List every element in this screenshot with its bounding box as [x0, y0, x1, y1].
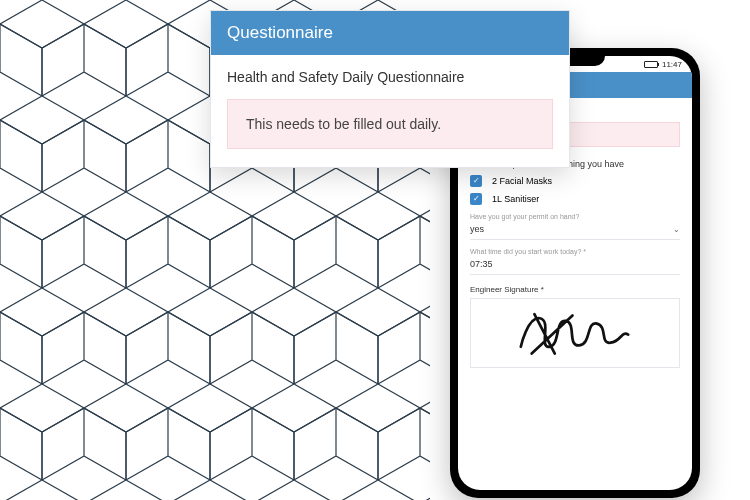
permit-label: Have you got your permit on hand? [470, 213, 680, 220]
questionnaire-card: Questionnaire Health and Safety Daily Qu… [210, 10, 570, 168]
card-title: Questionnaire [211, 11, 569, 55]
start-time-input[interactable]: 07:35 [470, 256, 680, 275]
checkbox-row-masks[interactable]: ✓ 2 Facial Masks [470, 175, 680, 187]
card-alert: This needs to be filled out daily. [227, 99, 553, 149]
status-time: 11:47 [662, 60, 682, 69]
start-time-label: What time did you start work today? * [470, 248, 680, 255]
card-subtitle: Health and Safety Daily Questionnaire [227, 69, 553, 85]
chevron-down-icon: ⌄ [673, 225, 680, 234]
signature-scribble-icon [492, 306, 658, 360]
battery-icon [644, 61, 658, 68]
signature-label: Engineer Signature * [470, 285, 680, 294]
checkbox-label: 1L Sanitiser [492, 194, 539, 204]
checkbox-row-sanitiser[interactable]: ✓ 1L Sanitiser [470, 193, 680, 205]
checkbox-icon[interactable]: ✓ [470, 193, 482, 205]
permit-select[interactable]: yes ⌄ [470, 221, 680, 240]
permit-value: yes [470, 224, 484, 234]
start-time-value: 07:35 [470, 259, 493, 269]
signature-pad[interactable] [470, 298, 680, 368]
checkbox-icon[interactable]: ✓ [470, 175, 482, 187]
checkbox-label: 2 Facial Masks [492, 176, 552, 186]
